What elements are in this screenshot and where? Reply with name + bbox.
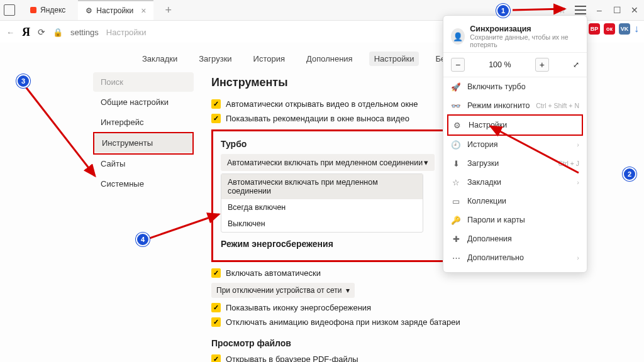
highlight-box-sidebar: Инструменты: [93, 132, 194, 155]
gear-icon: ⚙: [452, 120, 462, 130]
zoom-row: − 100 % + ⤢: [443, 52, 587, 77]
ck-energy-icon: Показывать иконку энергосбережения: [226, 303, 371, 312]
dropdown-value: При отключении устройства от сети: [216, 286, 342, 295]
zoom-value: 100 %: [489, 60, 511, 69]
sidebar-system[interactable]: Системные: [93, 174, 194, 194]
checkbox-icon[interactable]: ✓: [211, 114, 221, 123]
url-path: Настройки: [106, 28, 147, 37]
turbo-dropdown-list: Автоматически включать при медленном сое…: [221, 173, 423, 233]
ck-pdf: Открывать в браузере PDF-файлы: [226, 354, 358, 362]
menu-passwords[interactable]: 🔑Пароли и карты: [443, 211, 587, 229]
nav-downloads[interactable]: Загрузки: [194, 52, 236, 66]
dropdown-value: Автоматически включать при медленном сое…: [227, 158, 423, 167]
annotation-badge-3: 3: [16, 74, 30, 88]
download-icon: ⬇: [451, 158, 461, 168]
sidebar-general[interactable]: Общие настройки: [93, 92, 194, 112]
main-menu-panel: 👤 Синхронизация Сохраните данные, чтобы …: [443, 15, 587, 273]
maximize-button[interactable]: ☐: [613, 6, 621, 14]
bookmark-star-icon[interactable]: ☆: [558, 6, 566, 15]
yandex-home-icon[interactable]: Я: [22, 26, 30, 39]
highlight-box-menu-settings: ⚙Настройки: [447, 114, 583, 136]
turbo-opt-off[interactable]: Выключен: [221, 216, 423, 232]
sync-title: Синхронизация: [470, 25, 579, 33]
turbo-dropdown[interactable]: Автоматически включать при медленном сое…: [221, 154, 435, 171]
chevron-right-icon: ›: [577, 178, 579, 186]
zoom-out-button[interactable]: −: [451, 58, 465, 72]
menu-extensions[interactable]: ✚Дополнения: [443, 229, 587, 248]
turbo-opt-always[interactable]: Всегда включен: [221, 199, 423, 216]
downloads-icon[interactable]: ↓: [634, 23, 639, 35]
ext-badge-2[interactable]: ок: [604, 23, 615, 35]
nav-bookmarks[interactable]: Закладки: [137, 52, 182, 66]
menu-label: Закладки: [467, 178, 501, 187]
checkbox-icon[interactable]: ✓: [211, 303, 221, 312]
menu-label: Коллекции: [467, 197, 506, 206]
sidebar-toggle-icon[interactable]: [4, 4, 15, 16]
star-icon: ☆: [451, 177, 461, 187]
checkbox-icon[interactable]: ✓: [211, 99, 221, 109]
new-tab-button[interactable]: +: [158, 4, 178, 17]
turbo-opt-auto[interactable]: Автоматически включать при медленном сое…: [221, 174, 423, 199]
shortcut-label: Ctrl + J: [558, 160, 579, 167]
sidebar-interface[interactable]: Интерфейс: [93, 112, 194, 132]
tab-yandex[interactable]: Яндекс: [20, 1, 73, 19]
yandex-logo-icon: [30, 7, 36, 13]
files-heading: Просмотр файлов: [211, 338, 545, 348]
tab-settings[interactable]: ⚙ Настройки ×: [78, 0, 153, 20]
annotation-badge-1: 1: [496, 4, 510, 18]
chevron-down-icon: ▾: [424, 158, 428, 167]
menu-incognito[interactable]: 👓Режим инкогнитоCtrl + Shift + N: [443, 96, 587, 115]
annotation-badge-4: 4: [136, 233, 150, 246]
chevron-right-icon: ›: [577, 141, 579, 148]
menu-more[interactable]: ⋯Дополнительно›: [443, 248, 587, 267]
checkbox-icon[interactable]: ✓: [211, 317, 221, 327]
nav-settings[interactable]: Настройки: [369, 52, 419, 66]
close-tab-icon[interactable]: ×: [141, 6, 146, 16]
sidebar-search[interactable]: Поиск: [93, 72, 194, 92]
shortcut-label: Ctrl + Shift + N: [536, 102, 579, 109]
menu-label: Загрузки: [467, 159, 499, 168]
incognito-icon: 👓: [451, 101, 461, 111]
menu-label: Пароли и карты: [467, 216, 525, 224]
menu-button[interactable]: [575, 6, 586, 14]
collection-icon: ▭: [451, 196, 461, 206]
ext-badge-1[interactable]: ВР: [589, 23, 600, 35]
menu-downloads[interactable]: ⬇ЗагрузкиCtrl + J: [443, 154, 587, 173]
tab-label: Яндекс: [40, 6, 65, 14]
sidebar-tools[interactable]: Инструменты: [94, 133, 192, 153]
menu-collections[interactable]: ▭Коллекции: [443, 192, 587, 211]
ext-badge-vk[interactable]: VK: [619, 23, 630, 35]
menu-settings[interactable]: ⚙Настройки: [452, 119, 578, 131]
fullscreen-icon[interactable]: ⤢: [573, 60, 579, 69]
rocket-icon: 🚀: [451, 82, 461, 92]
menu-history[interactable]: 🕘История›: [443, 135, 587, 154]
sidebar-sites[interactable]: Сайты: [93, 154, 194, 173]
reload-button[interactable]: ⟳: [38, 27, 45, 37]
checkbox-icon[interactable]: ✓: [211, 268, 221, 278]
close-window-button[interactable]: ✕: [630, 6, 639, 14]
nav-extensions[interactable]: Дополнения: [301, 52, 358, 66]
sync-subtitle: Сохраните данные, чтобы их не потерять: [470, 33, 579, 48]
menu-turbo[interactable]: 🚀Включить турбо: [443, 77, 587, 96]
gear-icon: ⚙: [86, 6, 92, 15]
minimize-button[interactable]: –: [595, 6, 604, 14]
tab-strip: Яндекс ⚙ Настройки × +: [0, 0, 178, 20]
puzzle-icon: ✚: [451, 234, 461, 244]
chevron-down-icon: ▾: [346, 286, 350, 295]
menu-label: Дополнительно: [467, 253, 524, 262]
menu-bookmarks[interactable]: ☆Закладки›: [443, 173, 587, 192]
menu-label: История: [467, 140, 497, 149]
checkbox-icon[interactable]: ✓: [211, 354, 221, 362]
avatar-icon: 👤: [451, 28, 465, 45]
url-host[interactable]: settings: [70, 28, 99, 37]
chevron-right-icon: ›: [577, 254, 579, 261]
history-icon: 🕘: [451, 140, 461, 150]
ck-energy-anim: Отключать анимацию видеофона при низком …: [226, 317, 460, 327]
tab-label: Настройки: [96, 6, 133, 15]
ck-video-reco: Показывать рекомендации в окне выноса ви…: [226, 114, 409, 123]
nav-history[interactable]: История: [248, 52, 290, 66]
zoom-in-button[interactable]: +: [535, 58, 549, 72]
menu-sync[interactable]: 👤 Синхронизация Сохраните данные, чтобы …: [443, 21, 587, 52]
energy-dropdown[interactable]: При отключении устройства от сети▾: [211, 283, 355, 298]
back-button[interactable]: ←: [6, 28, 14, 37]
